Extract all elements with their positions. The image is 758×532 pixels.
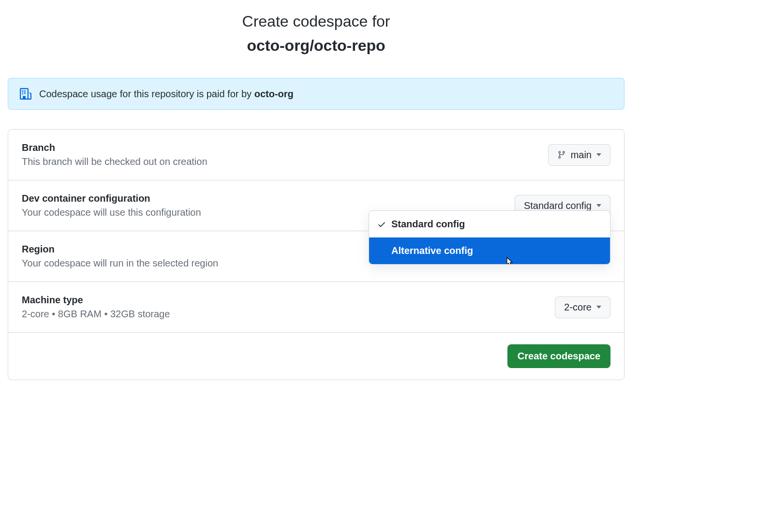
chevron-down-icon xyxy=(596,306,601,309)
repo-name: octo-org/octo-repo xyxy=(8,37,624,55)
footer-row: Create codespace xyxy=(8,333,624,380)
billing-banner: Codespace usage for this repository is p… xyxy=(8,78,624,110)
branch-title: Branch xyxy=(22,142,548,153)
chevron-down-icon xyxy=(596,153,601,156)
dropdown-option-label: Standard config xyxy=(391,219,465,230)
options-panel: Branch This branch will be checked out o… xyxy=(8,129,624,380)
devcontainer-value: Standard config xyxy=(524,200,592,211)
chevron-down-icon xyxy=(596,204,601,207)
dropdown-option-standard[interactable]: Standard config xyxy=(369,211,610,237)
dropdown-option-label: Alternative config xyxy=(391,245,473,256)
machine-desc: 2-core • 8GB RAM • 32GB storage xyxy=(22,309,555,320)
branch-value: main xyxy=(571,149,592,161)
machine-select-button[interactable]: 2-core xyxy=(555,296,610,318)
machine-title: Machine type xyxy=(22,295,555,306)
git-branch-icon xyxy=(557,150,566,159)
machine-value: 2-core xyxy=(564,302,592,313)
devcontainer-title: Dev container configuration xyxy=(22,193,515,204)
check-slot-empty xyxy=(377,246,386,256)
banner-text: Codespace usage for this repository is p… xyxy=(39,89,294,100)
check-icon xyxy=(377,220,386,229)
page-title: Create codespace for xyxy=(8,10,624,33)
banner-prefix: Codespace usage for this repository is p… xyxy=(39,89,254,99)
organization-icon xyxy=(20,88,31,100)
page-header: Create codespace for octo-org/octo-repo xyxy=(8,10,624,55)
branch-row: Branch This branch will be checked out o… xyxy=(8,130,624,180)
devcontainer-dropdown: Standard config Alternative config xyxy=(369,210,610,265)
branch-select-button[interactable]: main xyxy=(548,144,610,166)
devcontainer-row: Dev container configuration Your codespa… xyxy=(8,180,624,231)
create-codespace-button[interactable]: Create codespace xyxy=(507,344,610,368)
cursor-pointer-icon xyxy=(504,256,514,265)
banner-org: octo-org xyxy=(254,89,294,99)
dropdown-option-alternative[interactable]: Alternative config xyxy=(369,237,610,264)
branch-desc: This branch will be checked out on creat… xyxy=(22,156,548,167)
machine-row: Machine type 2-core • 8GB RAM • 32GB sto… xyxy=(8,282,624,333)
